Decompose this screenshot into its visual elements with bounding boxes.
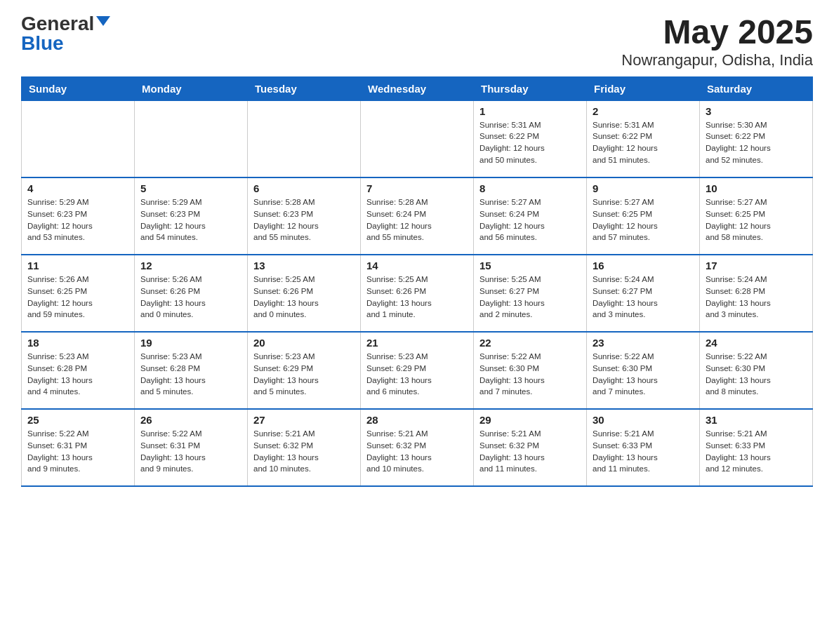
day-number: 27	[253, 414, 355, 426]
day-of-week-header: Tuesday	[248, 76, 361, 100]
day-number: 2	[593, 105, 694, 117]
calendar-day-cell: 1Sunrise: 5:31 AMSunset: 6:22 PMDaylight…	[474, 100, 587, 177]
calendar-day-cell: 2Sunrise: 5:31 AMSunset: 6:22 PMDaylight…	[587, 100, 700, 177]
calendar-day-cell: 10Sunrise: 5:27 AMSunset: 6:25 PMDayligh…	[700, 177, 813, 255]
page-header: General Blue May 2025 Nowrangapur, Odish…	[21, 14, 813, 69]
calendar-day-cell: 3Sunrise: 5:30 AMSunset: 6:22 PMDaylight…	[700, 100, 813, 177]
day-info: Sunrise: 5:28 AMSunset: 6:24 PMDaylight:…	[366, 196, 468, 243]
calendar-day-cell: 8Sunrise: 5:27 AMSunset: 6:24 PMDaylight…	[474, 177, 587, 255]
day-of-week-header: Saturday	[700, 76, 813, 100]
day-info: Sunrise: 5:23 AMSunset: 6:28 PMDaylight:…	[27, 351, 128, 398]
day-number: 9	[593, 182, 694, 194]
calendar-week-row: 11Sunrise: 5:26 AMSunset: 6:25 PMDayligh…	[22, 255, 813, 332]
day-info: Sunrise: 5:29 AMSunset: 6:23 PMDaylight:…	[27, 196, 128, 243]
day-info: Sunrise: 5:27 AMSunset: 6:25 PMDaylight:…	[706, 196, 807, 243]
day-number: 16	[593, 260, 694, 271]
calendar-day-cell	[361, 100, 474, 177]
logo-general-text: General	[21, 14, 94, 34]
day-info: Sunrise: 5:25 AMSunset: 6:27 PMDaylight:…	[479, 274, 581, 321]
logo-blue-text: Blue	[21, 34, 64, 53]
day-info: Sunrise: 5:25 AMSunset: 6:26 PMDaylight:…	[253, 274, 355, 321]
calendar-day-cell: 25Sunrise: 5:22 AMSunset: 6:31 PMDayligh…	[22, 409, 135, 486]
day-number: 8	[479, 182, 581, 194]
calendar-day-cell: 29Sunrise: 5:21 AMSunset: 6:32 PMDayligh…	[474, 409, 587, 486]
day-of-week-header: Wednesday	[361, 76, 474, 100]
day-number: 23	[593, 337, 694, 349]
month-year-title: May 2025	[621, 14, 813, 51]
calendar-day-cell: 21Sunrise: 5:23 AMSunset: 6:29 PMDayligh…	[361, 332, 474, 409]
day-info: Sunrise: 5:27 AMSunset: 6:24 PMDaylight:…	[479, 196, 581, 243]
calendar-day-cell: 11Sunrise: 5:26 AMSunset: 6:25 PMDayligh…	[22, 255, 135, 332]
calendar-day-cell: 28Sunrise: 5:21 AMSunset: 6:32 PMDayligh…	[361, 409, 474, 486]
day-info: Sunrise: 5:31 AMSunset: 6:22 PMDaylight:…	[593, 119, 694, 166]
day-number: 4	[27, 182, 128, 194]
calendar-day-cell: 27Sunrise: 5:21 AMSunset: 6:32 PMDayligh…	[248, 409, 361, 486]
day-info: Sunrise: 5:24 AMSunset: 6:27 PMDaylight:…	[593, 274, 694, 321]
day-number: 3	[706, 105, 807, 117]
day-number: 17	[706, 260, 807, 271]
day-number: 7	[366, 182, 468, 194]
logo: General Blue	[21, 14, 110, 53]
calendar-day-cell	[248, 100, 361, 177]
calendar-day-cell: 24Sunrise: 5:22 AMSunset: 6:30 PMDayligh…	[700, 332, 813, 409]
day-number: 28	[366, 414, 468, 426]
day-info: Sunrise: 5:22 AMSunset: 6:30 PMDaylight:…	[706, 351, 807, 398]
day-info: Sunrise: 5:30 AMSunset: 6:22 PMDaylight:…	[706, 119, 807, 166]
title-block: May 2025 Nowrangapur, Odisha, India	[621, 14, 813, 69]
calendar-day-cell: 6Sunrise: 5:28 AMSunset: 6:23 PMDaylight…	[248, 177, 361, 255]
calendar-day-cell	[135, 100, 248, 177]
calendar-day-cell: 30Sunrise: 5:21 AMSunset: 6:33 PMDayligh…	[587, 409, 700, 486]
day-info: Sunrise: 5:21 AMSunset: 6:32 PMDaylight:…	[366, 428, 468, 475]
logo-triangle-icon	[96, 16, 110, 26]
day-number: 20	[253, 337, 355, 349]
day-info: Sunrise: 5:21 AMSunset: 6:33 PMDaylight:…	[706, 428, 807, 475]
calendar-day-cell: 12Sunrise: 5:26 AMSunset: 6:26 PMDayligh…	[135, 255, 248, 332]
day-number: 18	[27, 337, 128, 349]
day-of-week-header: Sunday	[22, 76, 135, 100]
day-number: 1	[479, 105, 581, 117]
calendar-day-cell: 20Sunrise: 5:23 AMSunset: 6:29 PMDayligh…	[248, 332, 361, 409]
day-number: 15	[479, 260, 581, 271]
day-number: 11	[27, 260, 128, 271]
day-info: Sunrise: 5:21 AMSunset: 6:32 PMDaylight:…	[253, 428, 355, 475]
day-info: Sunrise: 5:23 AMSunset: 6:28 PMDaylight:…	[140, 351, 241, 398]
day-info: Sunrise: 5:23 AMSunset: 6:29 PMDaylight:…	[366, 351, 468, 398]
calendar-day-cell: 16Sunrise: 5:24 AMSunset: 6:27 PMDayligh…	[587, 255, 700, 332]
day-number: 5	[140, 182, 241, 194]
day-info: Sunrise: 5:22 AMSunset: 6:31 PMDaylight:…	[140, 428, 241, 475]
calendar-day-cell: 14Sunrise: 5:25 AMSunset: 6:26 PMDayligh…	[361, 255, 474, 332]
calendar-day-cell: 13Sunrise: 5:25 AMSunset: 6:26 PMDayligh…	[248, 255, 361, 332]
day-of-week-header: Monday	[135, 76, 248, 100]
day-number: 12	[140, 260, 241, 271]
day-info: Sunrise: 5:31 AMSunset: 6:22 PMDaylight:…	[479, 119, 581, 166]
calendar-day-cell: 5Sunrise: 5:29 AMSunset: 6:23 PMDaylight…	[135, 177, 248, 255]
calendar-week-row: 1Sunrise: 5:31 AMSunset: 6:22 PMDaylight…	[22, 100, 813, 177]
calendar-day-cell: 4Sunrise: 5:29 AMSunset: 6:23 PMDaylight…	[22, 177, 135, 255]
day-info: Sunrise: 5:22 AMSunset: 6:30 PMDaylight:…	[593, 351, 694, 398]
day-info: Sunrise: 5:26 AMSunset: 6:26 PMDaylight:…	[140, 274, 241, 321]
calendar-week-row: 18Sunrise: 5:23 AMSunset: 6:28 PMDayligh…	[22, 332, 813, 409]
calendar-day-cell: 26Sunrise: 5:22 AMSunset: 6:31 PMDayligh…	[135, 409, 248, 486]
calendar-day-cell: 19Sunrise: 5:23 AMSunset: 6:28 PMDayligh…	[135, 332, 248, 409]
day-number: 25	[27, 414, 128, 426]
calendar-day-cell: 17Sunrise: 5:24 AMSunset: 6:28 PMDayligh…	[700, 255, 813, 332]
calendar-day-cell: 22Sunrise: 5:22 AMSunset: 6:30 PMDayligh…	[474, 332, 587, 409]
day-info: Sunrise: 5:26 AMSunset: 6:25 PMDaylight:…	[27, 274, 128, 321]
day-number: 19	[140, 337, 241, 349]
day-number: 30	[593, 414, 694, 426]
calendar-day-cell	[22, 100, 135, 177]
calendar-day-cell: 31Sunrise: 5:21 AMSunset: 6:33 PMDayligh…	[700, 409, 813, 486]
day-number: 26	[140, 414, 241, 426]
day-info: Sunrise: 5:21 AMSunset: 6:32 PMDaylight:…	[479, 428, 581, 475]
day-info: Sunrise: 5:27 AMSunset: 6:25 PMDaylight:…	[593, 196, 694, 243]
location-subtitle: Nowrangapur, Odisha, India	[621, 51, 813, 69]
day-info: Sunrise: 5:29 AMSunset: 6:23 PMDaylight:…	[140, 196, 241, 243]
calendar-day-cell: 15Sunrise: 5:25 AMSunset: 6:27 PMDayligh…	[474, 255, 587, 332]
day-number: 6	[253, 182, 355, 194]
calendar-table: SundayMondayTuesdayWednesdayThursdayFrid…	[21, 76, 813, 488]
day-number: 22	[479, 337, 581, 349]
calendar-day-cell: 9Sunrise: 5:27 AMSunset: 6:25 PMDaylight…	[587, 177, 700, 255]
calendar-header-row: SundayMondayTuesdayWednesdayThursdayFrid…	[22, 76, 813, 100]
day-info: Sunrise: 5:24 AMSunset: 6:28 PMDaylight:…	[706, 274, 807, 321]
calendar-week-row: 4Sunrise: 5:29 AMSunset: 6:23 PMDaylight…	[22, 177, 813, 255]
